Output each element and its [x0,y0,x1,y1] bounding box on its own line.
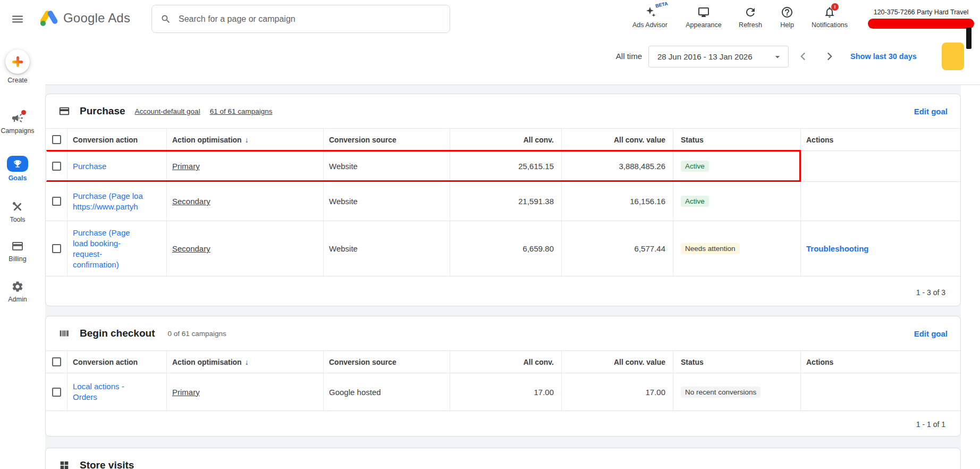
nav-label: Notifications [812,21,848,29]
pagination: 1 - 3 of 3 [46,277,960,306]
sidebar-item-label: Campaigns [1,127,34,135]
menu-icon[interactable] [11,12,24,26]
all-conv-value-cell: 16,156.16 [630,197,665,206]
google-ads-app: Google Ads BETA Ads Advisor Appearance [0,0,980,469]
conversion-action-link[interactable]: Purchase [73,161,106,172]
nav-refresh[interactable]: Refresh [737,6,764,29]
gear-icon [11,280,24,293]
begin-checkout-goal-icon [58,328,70,339]
goal-card-header: Begin checkout 0 of 61 campaigns Edit go… [46,316,960,350]
product-name: Google Ads [63,11,130,26]
date-range-picker[interactable]: 28 Jun 2016 - 13 Jan 2026 [648,46,789,68]
sort-descending-icon[interactable]: ↓ [245,136,249,144]
goal-card-header: Purchase Account-default goal 61 of 61 c… [46,94,960,128]
col-status[interactable]: Status [673,129,800,150]
nav-notifications[interactable]: ! Notifications [808,6,851,29]
col-all-conv-value[interactable]: All conv. value [561,129,673,150]
row-checkbox[interactable] [52,244,61,253]
pagination: 1 - 1 of 1 [46,411,960,437]
select-all-checkbox[interactable] [52,135,61,144]
col-action-optimisation[interactable]: Action optimisation↓ [166,129,323,150]
row-checkbox[interactable] [52,388,61,397]
sidebar-item-campaigns[interactable]: Campaigns [0,112,35,135]
conversion-source-value: Website [329,244,358,253]
status-badge: No recent conversions [681,387,761,398]
action-optimisation-value[interactable]: Secondary [172,244,210,253]
google-ads-logo[interactable]: Google Ads [40,10,130,27]
table-row: Purchase Primary Website 25,615.15 3,888… [46,151,960,182]
campaigns-count-link[interactable]: 61 of 61 campaigns [210,107,273,115]
redaction-annotation [868,19,974,29]
account-default-goal-link[interactable]: Account-default goal [135,107,200,115]
refresh-icon [744,6,757,19]
sidebar-item-billing[interactable]: Billing [0,240,35,263]
pagination-range: 1 - 1 of 1 [916,420,945,429]
status-badge: Needs attention [681,243,740,254]
nav-label: Help [780,21,794,29]
conversion-action-link[interactable]: Purchase (Page load booking- request- co… [73,228,130,270]
left-navigation: Create Campaigns Goals Tools [0,39,35,469]
col-conversion-source[interactable]: Conversion source [323,351,450,373]
sidebar-item-label: Create [7,77,28,84]
notification-alert-badge: ! [831,3,839,11]
goal-title: Purchase [80,105,125,117]
next-period-button[interactable] [823,49,837,63]
col-all-conv-value[interactable]: All conv. value [561,351,673,373]
nav-appearance[interactable]: Appearance [685,6,722,29]
previous-period-button[interactable] [796,49,810,63]
sidebar-item-create[interactable]: Create [0,49,35,84]
col-all-conv[interactable]: All conv. [450,129,561,150]
nav-help[interactable]: Help [779,6,795,29]
tools-icon [11,200,24,213]
all-conv-value-cell: 17.00 [645,388,665,397]
sidebar-item-admin[interactable]: Admin [0,280,35,303]
all-conv-cell: 21,591.38 [518,197,554,206]
account-info[interactable]: 120-375-7266 Party Hard Travel [868,9,974,29]
action-optimisation-value[interactable]: Primary [172,388,200,397]
troubleshooting-link[interactable]: Troubleshooting [806,244,869,253]
conversion-action-link[interactable]: Local actions - Orders [73,381,124,403]
col-conversion-action[interactable]: Conversion action [67,351,166,373]
edit-goal-link[interactable]: Edit goal [914,329,948,338]
conversion-action-link[interactable]: Purchase (Page loa https://www.partyh [73,191,143,212]
col-conversion-action[interactable]: Conversion action [67,129,166,150]
show-last-30-days-link[interactable]: Show last 30 days [850,52,917,61]
conversion-source-value: Google hosted [329,388,381,397]
status-badge: Active [681,161,709,172]
select-all-checkbox[interactable] [52,357,61,366]
row-checkbox[interactable] [52,197,61,206]
col-all-conv[interactable]: All conv. [450,351,561,373]
purchase-goal-icon [58,105,70,117]
sidebar-item-tools[interactable]: Tools [0,200,35,223]
campaigns-count-text: 0 of 61 campaigns [167,330,226,338]
help-icon [781,6,793,19]
search-input[interactable] [178,14,441,24]
sort-descending-icon[interactable]: ↓ [245,358,249,366]
chevron-down-icon [772,52,783,62]
all-conv-value-cell: 6,577.44 [635,244,665,253]
bell-icon: ! [823,6,836,19]
table-row: Purchase (Page load booking- request- co… [46,221,960,277]
scrollbar-thumb[interactable] [966,28,971,49]
all-conv-value-cell: 3,888,485.26 [619,162,665,171]
goal-card-partial: Store visits [45,448,961,469]
search-bar[interactable] [151,5,450,33]
col-conversion-source[interactable]: Conversion source [323,129,450,150]
trophy-icon [7,156,28,172]
feedback-tab[interactable] [942,43,964,70]
top-bar: Google Ads BETA Ads Advisor Appearance [0,0,980,39]
sidebar-item-goals[interactable]: Goals [0,156,35,182]
all-conv-cell: 17.00 [534,388,554,397]
row-checkbox[interactable] [52,162,61,171]
action-optimisation-value[interactable]: Secondary [172,197,210,206]
nav-ads-advisor[interactable]: BETA Ads Advisor [630,6,670,29]
goals-content: Purchase Account-default goal 61 of 61 c… [45,85,961,469]
col-actions: Actions [800,129,960,150]
action-optimisation-value[interactable]: Primary [172,162,200,171]
nav-label: Ads Advisor [632,21,668,29]
col-status[interactable]: Status [673,351,800,373]
all-conv-cell: 6,659.80 [523,244,554,253]
appearance-icon [697,6,710,19]
col-action-optimisation[interactable]: Action optimisation↓ [166,351,323,373]
edit-goal-link[interactable]: Edit goal [914,107,948,116]
